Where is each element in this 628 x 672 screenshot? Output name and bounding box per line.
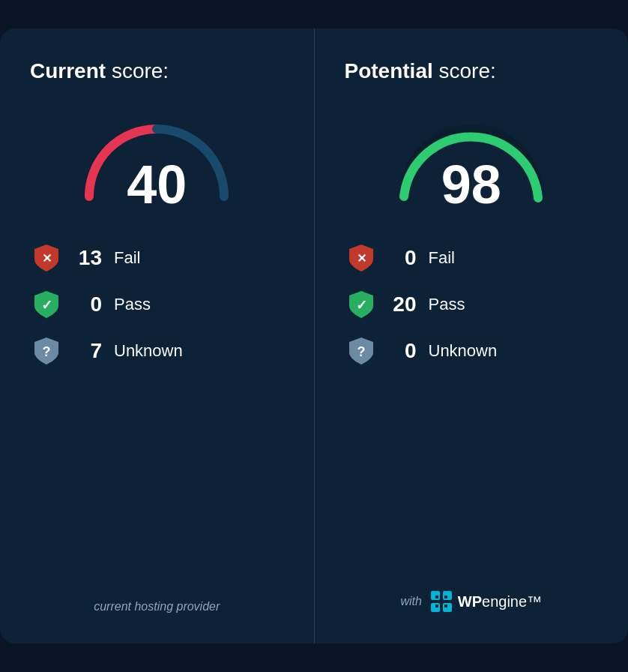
wp-engine-logo: WPengine™ xyxy=(429,590,542,614)
potential-pass-count: 20 xyxy=(390,292,417,316)
potential-fail-count: 0 xyxy=(390,246,417,270)
potential-unknown-label: Unknown xyxy=(429,341,498,361)
svg-text:✕: ✕ xyxy=(356,252,366,265)
potential-pass-shield-icon: ✓ xyxy=(345,288,378,321)
current-panel: Current score: 40 ✕ xyxy=(0,28,315,644)
potential-pass-row: ✓ 20 Pass xyxy=(345,288,599,321)
svg-text:?: ? xyxy=(43,344,51,359)
current-pass-row: ✓ 0 Pass xyxy=(30,288,284,321)
potential-score: 98 xyxy=(441,158,501,212)
svg-text:✕: ✕ xyxy=(42,252,52,265)
current-gauge-container: 40 xyxy=(30,106,284,212)
potential-stats: ✕ 0 Fail ✓ 20 Pass xyxy=(345,242,599,368)
svg-rect-7 xyxy=(443,591,452,600)
potential-unknown-row: ? 0 Unknown xyxy=(345,334,599,368)
current-stats: ✕ 13 Fail ✓ 0 Pass xyxy=(30,242,284,368)
current-unknown-row: ? 7 Unknown xyxy=(30,334,284,368)
pass-shield-icon: ✓ xyxy=(30,288,63,321)
wp-engine-grid-icon xyxy=(429,590,453,614)
potential-pass-label: Pass xyxy=(429,295,465,314)
current-pass-count: 0 xyxy=(75,292,102,316)
current-title: Current score: xyxy=(30,58,169,84)
wp-engine-text: WPengine™ xyxy=(458,593,542,610)
svg-rect-8 xyxy=(431,603,440,612)
current-unknown-label: Unknown xyxy=(114,341,183,361)
current-fail-label: Fail xyxy=(114,248,140,268)
unknown-shield-icon: ? xyxy=(30,334,63,368)
comparison-card: Current score: 40 ✕ xyxy=(0,28,628,644)
wp-engine-section: with WPengine™ xyxy=(400,590,542,614)
current-fail-row: ✕ 13 Fail xyxy=(30,242,284,274)
with-text: with xyxy=(400,595,421,608)
potential-unknown-shield-icon: ? xyxy=(345,334,378,368)
potential-panel: Potential score: 98 ✕ 0 Fa xyxy=(315,28,629,644)
current-provider-label: current hosting provider xyxy=(94,600,220,614)
svg-rect-13 xyxy=(444,604,447,608)
current-score: 40 xyxy=(127,158,187,212)
svg-rect-10 xyxy=(435,596,438,598)
current-fail-count: 13 xyxy=(75,246,102,270)
current-pass-label: Pass xyxy=(114,295,151,314)
potential-fail-row: ✕ 0 Fail xyxy=(345,242,599,274)
potential-fail-shield-icon: ✕ xyxy=(345,242,378,274)
potential-gauge-container: 98 xyxy=(345,106,599,212)
potential-title: Potential score: xyxy=(345,58,496,84)
potential-unknown-count: 0 xyxy=(390,339,417,363)
svg-rect-6 xyxy=(431,591,440,600)
svg-text:✓: ✓ xyxy=(355,298,366,313)
current-unknown-count: 7 xyxy=(75,339,102,363)
svg-rect-9 xyxy=(443,603,452,612)
svg-rect-12 xyxy=(435,604,438,608)
svg-text:?: ? xyxy=(357,344,365,359)
svg-rect-11 xyxy=(444,596,447,598)
fail-shield-icon: ✕ xyxy=(30,242,63,274)
svg-text:✓: ✓ xyxy=(41,298,52,313)
potential-fail-label: Fail xyxy=(429,248,455,268)
